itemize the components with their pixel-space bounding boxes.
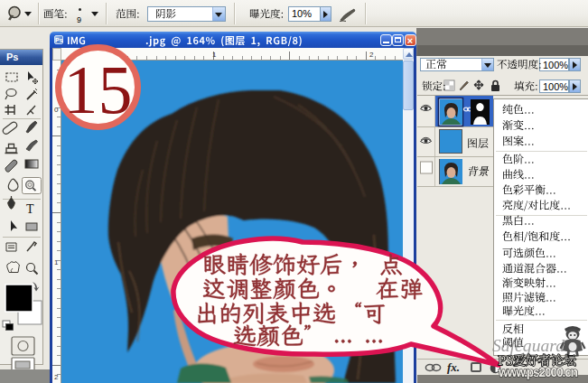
svg-text:T: T: [26, 202, 34, 216]
